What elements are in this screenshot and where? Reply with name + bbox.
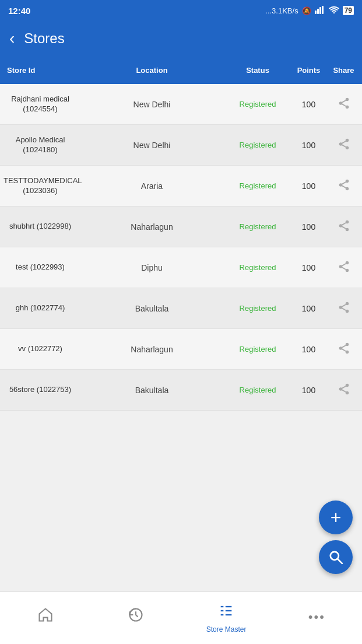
nav-history[interactable] bbox=[90, 607, 181, 629]
nav-more[interactable]: ••• bbox=[272, 610, 362, 627]
svg-point-41 bbox=[345, 391, 349, 395]
search-button[interactable] bbox=[319, 540, 353, 574]
share-icon[interactable] bbox=[338, 342, 350, 355]
store-points-cell: 100 bbox=[290, 179, 328, 193]
table-row: Apollo Medical (1024180) New Delhi Regis… bbox=[0, 125, 362, 166]
store-location-cell: New Delhi bbox=[78, 97, 226, 111]
svg-line-45 bbox=[338, 559, 342, 564]
mute-icon: 🔕 bbox=[302, 6, 311, 15]
store-status-cell: Registered bbox=[226, 302, 290, 315]
svg-point-26 bbox=[345, 269, 349, 272]
svg-rect-1 bbox=[317, 9, 319, 14]
store-location-cell: Bakultala bbox=[78, 383, 226, 397]
store-location-cell: Naharlagun bbox=[78, 342, 226, 356]
status-right: ...3.1KB/s 🔕 79 bbox=[265, 6, 354, 16]
table-header: Store Id Location Status Points Share bbox=[0, 56, 362, 84]
add-store-button[interactable]: + bbox=[319, 501, 353, 534]
list-icon bbox=[218, 603, 234, 623]
store-status-cell: Registered bbox=[226, 138, 290, 152]
svg-line-43 bbox=[342, 386, 345, 388]
nav-store-master[interactable]: Store Master bbox=[181, 603, 272, 634]
store-points-cell: 100 bbox=[290, 261, 328, 275]
store-status-cell: Registered bbox=[226, 383, 290, 397]
store-share-cell[interactable] bbox=[328, 176, 360, 195]
store-location-cell: Naharlagun bbox=[78, 220, 226, 234]
store-location-cell: New Delhi bbox=[78, 138, 226, 152]
svg-point-36 bbox=[345, 351, 349, 354]
store-points-cell: 100 bbox=[290, 220, 328, 234]
svg-point-34 bbox=[345, 343, 349, 346]
svg-point-5 bbox=[339, 102, 342, 105]
store-points-cell: 100 bbox=[290, 342, 328, 356]
store-id-cell: Rajdhani medical (1024554) bbox=[2, 92, 78, 117]
svg-line-33 bbox=[342, 304, 345, 307]
table-row: vv (1022772) Naharlagun Registered 100 bbox=[0, 329, 362, 370]
svg-point-11 bbox=[345, 146, 349, 149]
svg-point-24 bbox=[345, 261, 349, 265]
svg-point-9 bbox=[345, 139, 349, 142]
svg-point-31 bbox=[345, 310, 349, 313]
share-icon[interactable] bbox=[338, 260, 350, 273]
col-header-points: Points bbox=[290, 64, 328, 77]
table-row: shubhrt (1022998) Naharlagun Registered … bbox=[0, 206, 362, 247]
page-title: Stores bbox=[24, 30, 64, 47]
svg-line-38 bbox=[342, 345, 345, 348]
store-status-cell: Registered bbox=[226, 97, 290, 111]
store-status-cell: Registered bbox=[226, 261, 290, 274]
svg-point-29 bbox=[345, 302, 349, 306]
svg-line-32 bbox=[342, 308, 345, 310]
more-icon: ••• bbox=[308, 610, 325, 625]
share-icon[interactable] bbox=[338, 138, 350, 150]
svg-point-25 bbox=[339, 265, 342, 268]
fab-container: + bbox=[319, 501, 353, 574]
nav-home[interactable] bbox=[0, 607, 90, 629]
store-location-cell: Araria bbox=[78, 179, 226, 193]
store-points-cell: 100 bbox=[290, 302, 328, 316]
store-location-cell: Bakultala bbox=[78, 302, 226, 316]
svg-line-17 bbox=[342, 186, 345, 188]
share-icon[interactable] bbox=[338, 97, 350, 110]
store-points-cell: 100 bbox=[290, 383, 328, 397]
back-button[interactable]: ‹ bbox=[9, 29, 15, 48]
svg-point-30 bbox=[339, 306, 342, 309]
battery-icon: 79 bbox=[343, 6, 354, 15]
svg-line-8 bbox=[342, 100, 345, 103]
store-share-cell[interactable] bbox=[328, 217, 360, 236]
svg-point-19 bbox=[345, 220, 349, 224]
header: ‹ Stores bbox=[0, 21, 362, 56]
svg-point-15 bbox=[339, 183, 342, 187]
store-location-cell: Diphu bbox=[78, 261, 226, 275]
store-share-cell[interactable] bbox=[328, 299, 360, 318]
store-status-cell: Registered bbox=[226, 179, 290, 192]
store-share-cell[interactable] bbox=[328, 94, 360, 114]
store-status-cell: Registered bbox=[226, 220, 290, 233]
history-icon bbox=[128, 607, 144, 627]
nav-store-master-label: Store Master bbox=[206, 625, 247, 634]
wifi-icon bbox=[329, 6, 339, 16]
svg-point-35 bbox=[339, 346, 342, 350]
store-points-cell: 100 bbox=[290, 138, 328, 152]
share-icon[interactable] bbox=[338, 219, 350, 232]
svg-point-21 bbox=[345, 228, 349, 232]
home-icon bbox=[37, 607, 54, 627]
store-share-cell[interactable] bbox=[328, 340, 360, 359]
store-share-cell[interactable] bbox=[328, 380, 360, 400]
svg-line-27 bbox=[342, 267, 345, 270]
share-icon[interactable] bbox=[338, 383, 350, 396]
svg-line-13 bbox=[342, 141, 345, 144]
share-icon[interactable] bbox=[338, 301, 350, 314]
network-speed: ...3.1KB/s bbox=[265, 6, 298, 15]
col-header-storeid: Store Id bbox=[2, 64, 78, 77]
store-points-cell: 100 bbox=[290, 97, 328, 111]
table-row: test (1022993) Diphu Registered 100 bbox=[0, 247, 362, 288]
share-icon[interactable] bbox=[338, 178, 350, 191]
store-share-cell[interactable] bbox=[328, 258, 360, 277]
store-id-cell: vv (1022772) bbox=[2, 342, 78, 356]
svg-point-40 bbox=[339, 387, 342, 391]
store-share-cell[interactable] bbox=[328, 135, 360, 155]
svg-point-14 bbox=[345, 180, 349, 183]
svg-rect-3 bbox=[322, 6, 324, 14]
svg-line-37 bbox=[342, 349, 345, 351]
table-row: ghh (1022774) Bakultala Registered 100 bbox=[0, 288, 362, 329]
status-bar: 12:40 ...3.1KB/s 🔕 79 bbox=[0, 0, 362, 21]
